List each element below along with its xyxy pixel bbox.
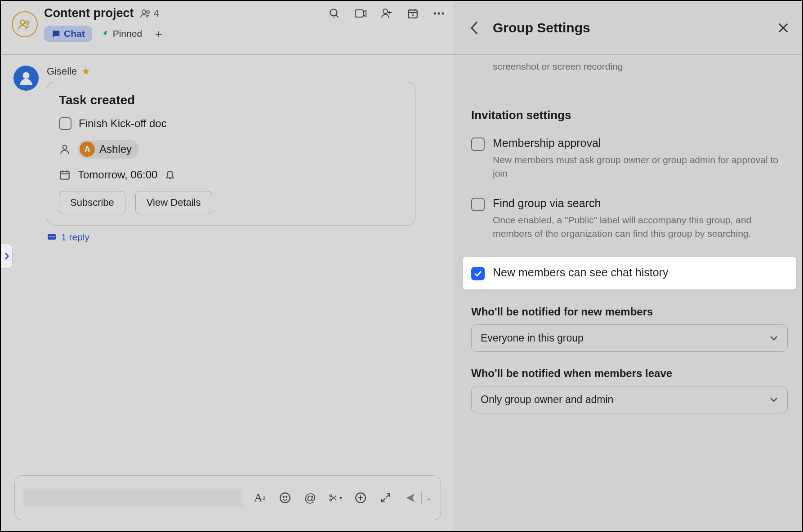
message-composer[interactable]: Aa @ ▾ ⌄ [14, 475, 441, 520]
chat-area: Content project 4 [1, 1, 455, 531]
svg-point-22 [330, 499, 332, 501]
svg-point-11 [23, 72, 30, 79]
font-icon[interactable]: Aa [253, 491, 267, 505]
svg-point-3 [147, 11, 149, 13]
svg-point-10 [442, 12, 444, 14]
tab-chat-label: Chat [64, 28, 85, 39]
invitation-section-title: Invitation settings [471, 108, 788, 122]
settings-title: Group Settings [493, 20, 763, 35]
task-name: Finish Kick-off doc [79, 117, 167, 130]
emoji-icon[interactable] [278, 491, 292, 505]
find-via-search-checkbox[interactable] [471, 198, 485, 211]
notify-new-select[interactable]: Everyone in this group [471, 324, 788, 352]
author-avatar[interactable] [13, 66, 39, 91]
search-icon[interactable] [328, 7, 341, 20]
svg-point-4 [330, 9, 337, 16]
back-button[interactable] [469, 20, 479, 35]
video-call-icon[interactable] [354, 7, 367, 20]
calendar-badge: 6 [406, 11, 419, 17]
group-avatar[interactable] [12, 11, 38, 37]
pin-icon [100, 29, 109, 38]
mention-icon[interactable]: @ [303, 491, 317, 505]
tab-chat[interactable]: Chat [44, 26, 92, 42]
person-icon [59, 143, 71, 155]
svg-point-18 [280, 493, 290, 503]
svg-point-21 [330, 495, 332, 497]
send-divider [421, 492, 422, 504]
svg-rect-13 [60, 171, 69, 179]
member-count-value: 4 [154, 8, 159, 19]
membership-approval-desc: New members must ask group owner or grou… [493, 153, 788, 181]
chat-history-label: New members can see chat history [493, 266, 668, 279]
task-card-title: Task created [59, 93, 403, 107]
tab-pinned[interactable]: Pinned [100, 28, 142, 39]
svg-point-1 [26, 21, 29, 24]
chat-icon [51, 29, 60, 38]
send-options-icon[interactable]: ⌄ [426, 494, 432, 501]
view-details-button[interactable]: View Details [135, 191, 212, 214]
svg-point-9 [438, 12, 440, 14]
notify-leave-title: Who'll be notified when members leave [471, 367, 788, 380]
tab-pinned-label: Pinned [113, 28, 142, 39]
close-button[interactable] [777, 22, 790, 34]
membership-approval-label: Membership approval [493, 137, 788, 150]
expand-icon[interactable] [379, 491, 393, 505]
notify-new-title: Who'll be notified for new members [471, 306, 788, 318]
reply-icon [47, 233, 57, 241]
svg-point-17 [54, 236, 55, 238]
reply-link[interactable]: 1 reply [47, 232, 442, 243]
add-tab-button[interactable]: ＋ [150, 26, 167, 42]
membership-approval-setting: Membership approval New members must ask… [471, 137, 788, 181]
plus-circle-icon[interactable] [354, 491, 367, 505]
svg-point-2 [142, 10, 146, 13]
task-due: Tomorrow, 06:00 [78, 168, 157, 181]
star-icon: ★ [81, 66, 90, 77]
more-icon[interactable] [432, 7, 446, 20]
author-name[interactable]: Giselle [47, 66, 77, 77]
svg-rect-5 [355, 10, 363, 17]
find-via-search-desc: Once enabled, a "Public" label will acco… [493, 213, 788, 241]
assignee-name: Ashley [99, 143, 132, 155]
send-button[interactable] [404, 492, 417, 504]
members-icon [140, 9, 151, 18]
prev-setting-desc: screenshot or screen recording [471, 55, 788, 90]
sidebar-toggle[interactable] [1, 244, 13, 269]
svg-point-20 [286, 497, 287, 497]
notify-leave-value: Only group owner and admin [481, 394, 613, 406]
svg-point-8 [434, 12, 436, 14]
svg-point-6 [383, 9, 388, 13]
group-title[interactable]: Content project [44, 6, 134, 20]
message-item: Giselle ★ Task created Finish Kick-off d… [13, 66, 442, 243]
calendar-icon[interactable]: 6 [406, 7, 419, 20]
chat-history-setting: New members can see chat history [463, 257, 796, 289]
task-checkbox[interactable] [59, 117, 71, 130]
composer-input[interactable] [24, 489, 242, 507]
chevron-down-icon [769, 396, 778, 403]
assignee-avatar: A [80, 142, 95, 157]
reply-count: 1 reply [61, 232, 89, 243]
membership-approval-checkbox[interactable] [471, 137, 485, 151]
notify-leave-select[interactable]: Only group owner and admin [471, 386, 788, 413]
add-member-icon[interactable] [380, 7, 393, 20]
assignee-chip[interactable]: A Ashley [78, 140, 139, 159]
notify-new-value: Everyone in this group [481, 332, 584, 344]
subscribe-button[interactable]: Subscribe [59, 191, 125, 214]
find-via-search-setting: Find group via search Once enabled, a "P… [471, 197, 788, 241]
svg-point-12 [63, 145, 67, 149]
chevron-down-icon [769, 335, 778, 341]
settings-body[interactable]: screenshot or screen recording Invitatio… [455, 55, 803, 531]
svg-point-19 [283, 497, 284, 497]
group-settings-panel: Group Settings screenshot or screen reco… [455, 1, 803, 531]
svg-point-15 [49, 236, 51, 238]
bell-icon [165, 169, 175, 180]
chat-history-checkbox[interactable] [471, 267, 485, 280]
calendar-small-icon [59, 169, 71, 181]
chat-messages: Giselle ★ Task created Finish Kick-off d… [1, 55, 455, 475]
scissors-icon[interactable]: ▾ [329, 491, 342, 505]
svg-point-16 [52, 236, 53, 238]
svg-point-0 [20, 20, 25, 24]
task-card: Task created Finish Kick-off doc A Ashle… [47, 82, 415, 226]
chat-header: Content project 4 [1, 1, 455, 55]
find-via-search-label: Find group via search [493, 197, 788, 210]
member-count[interactable]: 4 [140, 8, 159, 19]
